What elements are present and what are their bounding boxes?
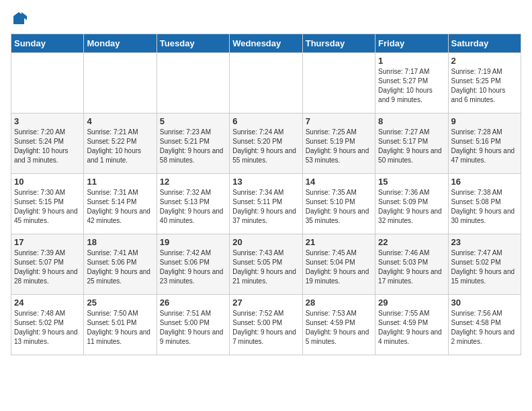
calendar-day-cell: 17Sunrise: 7:39 AM Sunset: 5:07 PM Dayli… [11,234,84,295]
day-info: Sunrise: 7:21 AM Sunset: 5:22 PM Dayligh… [87,128,153,165]
day-number: 5 [160,116,226,126]
calendar-table: SundayMondayTuesdayWednesdayThursdayFrid… [11,34,521,355]
calendar-day-cell: 19Sunrise: 7:42 AM Sunset: 5:06 PM Dayli… [157,234,229,295]
calendar-day-cell: 12Sunrise: 7:32 AM Sunset: 5:13 PM Dayli… [157,174,229,234]
day-info: Sunrise: 7:45 AM Sunset: 5:04 PM Dayligh… [306,248,372,286]
day-number: 7 [306,116,372,126]
logo [11,11,30,27]
day-info: Sunrise: 7:30 AM Sunset: 5:15 PM Dayligh… [14,188,81,226]
calendar-day-cell: 4Sunrise: 7:21 AM Sunset: 5:22 PM Daylig… [84,113,157,174]
calendar-day-cell: 22Sunrise: 7:46 AM Sunset: 5:03 PM Dayli… [375,234,448,295]
day-info: Sunrise: 7:24 AM Sunset: 5:20 PM Dayligh… [232,128,299,165]
calendar-day-cell: 28Sunrise: 7:53 AM Sunset: 4:59 PM Dayli… [302,295,375,355]
day-info: Sunrise: 7:23 AM Sunset: 5:21 PM Dayligh… [160,128,226,165]
calendar-day-cell: 24Sunrise: 7:48 AM Sunset: 5:02 PM Dayli… [11,295,84,355]
day-number: 19 [160,237,226,247]
calendar-day-cell: 8Sunrise: 7:27 AM Sunset: 5:17 PM Daylig… [375,113,448,174]
day-info: Sunrise: 7:48 AM Sunset: 5:02 PM Dayligh… [14,309,81,347]
day-info: Sunrise: 7:47 AM Sunset: 5:02 PM Dayligh… [451,248,518,286]
day-info: Sunrise: 7:38 AM Sunset: 5:08 PM Dayligh… [451,188,518,226]
calendar-day-cell: 14Sunrise: 7:35 AM Sunset: 5:10 PM Dayli… [302,174,375,234]
day-number: 3 [14,116,81,126]
day-number: 29 [378,298,445,308]
day-number: 17 [14,237,81,247]
calendar-day-cell: 3Sunrise: 7:20 AM Sunset: 5:24 PM Daylig… [11,113,84,174]
day-number: 8 [378,116,445,126]
calendar-day-cell: 16Sunrise: 7:38 AM Sunset: 5:08 PM Dayli… [448,174,521,234]
day-info: Sunrise: 7:19 AM Sunset: 5:25 PM Dayligh… [451,67,518,105]
day-info: Sunrise: 7:46 AM Sunset: 5:03 PM Dayligh… [378,248,445,286]
weekday-header: Tuesday [157,34,229,53]
weekday-header: Friday [375,34,448,53]
day-info: Sunrise: 7:52 AM Sunset: 5:00 PM Dayligh… [232,309,299,347]
day-info: Sunrise: 7:25 AM Sunset: 5:19 PM Dayligh… [306,128,372,165]
day-number: 1 [378,56,445,66]
calendar-day-cell: 20Sunrise: 7:43 AM Sunset: 5:05 PM Dayli… [230,234,302,295]
calendar-day-cell [84,53,157,113]
day-info: Sunrise: 7:39 AM Sunset: 5:07 PM Dayligh… [14,248,81,286]
day-info: Sunrise: 7:27 AM Sunset: 5:17 PM Dayligh… [378,128,445,165]
day-number: 23 [451,237,518,247]
day-info: Sunrise: 7:51 AM Sunset: 5:00 PM Dayligh… [160,309,226,347]
weekday-header: Sunday [11,34,84,53]
calendar-day-cell: 5Sunrise: 7:23 AM Sunset: 5:21 PM Daylig… [157,113,229,174]
calendar-day-cell [302,53,375,113]
day-info: Sunrise: 7:42 AM Sunset: 5:06 PM Dayligh… [160,248,226,286]
day-info: Sunrise: 7:31 AM Sunset: 5:14 PM Dayligh… [87,188,153,226]
day-number: 18 [87,237,153,247]
calendar-day-cell: 15Sunrise: 7:36 AM Sunset: 5:09 PM Dayli… [375,174,448,234]
day-info: Sunrise: 7:36 AM Sunset: 5:09 PM Dayligh… [378,188,445,226]
calendar-day-cell: 7Sunrise: 7:25 AM Sunset: 5:19 PM Daylig… [302,113,375,174]
calendar-day-cell: 2Sunrise: 7:19 AM Sunset: 5:25 PM Daylig… [448,53,521,113]
day-info: Sunrise: 7:50 AM Sunset: 5:01 PM Dayligh… [87,309,153,347]
day-number: 6 [232,116,299,126]
calendar-day-cell: 10Sunrise: 7:30 AM Sunset: 5:15 PM Dayli… [11,174,84,234]
calendar-week-row: 10Sunrise: 7:30 AM Sunset: 5:15 PM Dayli… [11,174,521,234]
calendar-day-cell: 9Sunrise: 7:28 AM Sunset: 5:16 PM Daylig… [448,113,521,174]
day-info: Sunrise: 7:35 AM Sunset: 5:10 PM Dayligh… [306,188,372,226]
day-info: Sunrise: 7:56 AM Sunset: 4:58 PM Dayligh… [451,309,518,347]
calendar-day-cell: 21Sunrise: 7:45 AM Sunset: 5:04 PM Dayli… [302,234,375,295]
day-info: Sunrise: 7:41 AM Sunset: 5:06 PM Dayligh… [87,248,153,286]
day-info: Sunrise: 7:17 AM Sunset: 5:27 PM Dayligh… [378,67,445,105]
calendar-day-cell [11,53,84,113]
day-info: Sunrise: 7:20 AM Sunset: 5:24 PM Dayligh… [14,128,81,165]
calendar-day-cell: 29Sunrise: 7:55 AM Sunset: 4:59 PM Dayli… [375,295,448,355]
day-info: Sunrise: 7:28 AM Sunset: 5:16 PM Dayligh… [451,128,518,165]
day-number: 16 [451,177,518,187]
calendar-day-cell: 11Sunrise: 7:31 AM Sunset: 5:14 PM Dayli… [84,174,157,234]
calendar-day-cell: 18Sunrise: 7:41 AM Sunset: 5:06 PM Dayli… [84,234,157,295]
calendar-week-row: 3Sunrise: 7:20 AM Sunset: 5:24 PM Daylig… [11,113,521,174]
day-number: 2 [451,56,518,66]
calendar-day-cell: 30Sunrise: 7:56 AM Sunset: 4:58 PM Dayli… [448,295,521,355]
day-number: 11 [87,177,153,187]
weekday-header: Wednesday [230,34,302,53]
calendar-day-cell: 27Sunrise: 7:52 AM Sunset: 5:00 PM Dayli… [230,295,302,355]
calendar-day-cell: 25Sunrise: 7:50 AM Sunset: 5:01 PM Dayli… [84,295,157,355]
page-header [11,11,521,27]
day-number: 9 [451,116,518,126]
calendar-day-cell: 1Sunrise: 7:17 AM Sunset: 5:27 PM Daylig… [375,53,448,113]
day-info: Sunrise: 7:55 AM Sunset: 4:59 PM Dayligh… [378,309,445,347]
day-number: 25 [87,298,153,308]
day-number: 30 [451,298,518,308]
day-info: Sunrise: 7:34 AM Sunset: 5:11 PM Dayligh… [232,188,299,226]
day-number: 10 [14,177,81,187]
day-number: 15 [378,177,445,187]
day-number: 13 [232,177,299,187]
day-number: 24 [14,298,81,308]
calendar-day-cell: 6Sunrise: 7:24 AM Sunset: 5:20 PM Daylig… [230,113,302,174]
day-info: Sunrise: 7:43 AM Sunset: 5:05 PM Dayligh… [232,248,299,286]
day-number: 4 [87,116,153,126]
day-info: Sunrise: 7:32 AM Sunset: 5:13 PM Dayligh… [160,188,226,226]
calendar-day-cell: 13Sunrise: 7:34 AM Sunset: 5:11 PM Dayli… [230,174,302,234]
calendar-week-row: 17Sunrise: 7:39 AM Sunset: 5:07 PM Dayli… [11,234,521,295]
day-number: 22 [378,237,445,247]
calendar-day-cell [157,53,229,113]
calendar-day-cell: 26Sunrise: 7:51 AM Sunset: 5:00 PM Dayli… [157,295,229,355]
weekday-header: Monday [84,34,157,53]
weekday-header: Saturday [448,34,521,53]
calendar-week-row: 1Sunrise: 7:17 AM Sunset: 5:27 PM Daylig… [11,53,521,113]
day-number: 28 [306,298,372,308]
calendar-day-cell [230,53,302,113]
